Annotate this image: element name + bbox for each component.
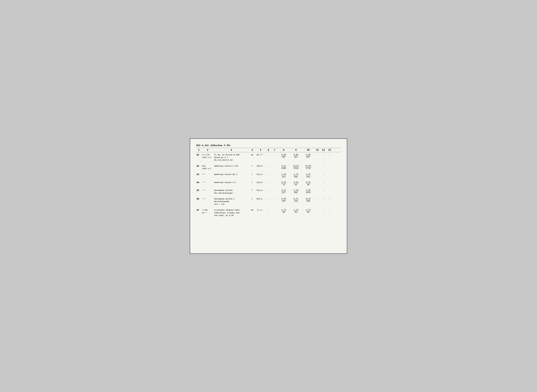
row-num: 67 xyxy=(196,209,201,212)
row-desc: То же, из бетона М-200 весом до 5 т 55,4… xyxy=(214,154,249,162)
row-col12: – xyxy=(320,165,327,168)
row-ref: –"– xyxy=(201,173,214,176)
doc-number: 9OI-4_82г.84 xyxy=(196,144,214,147)
row-col6: – xyxy=(265,209,271,211)
row-desc: Закладные детали с металлизацией 4I3 + I… xyxy=(214,198,249,206)
row-num: 65 xyxy=(196,189,201,192)
row-price: 4I3,0 – xyxy=(256,189,265,192)
row-col12: – xyxy=(320,189,327,192)
row-col9: 1,76 565 xyxy=(290,173,302,178)
col-header-3: 3 xyxy=(214,149,249,151)
col-header-8: 8 xyxy=(278,149,290,151)
row-col13: – xyxy=(327,209,333,211)
row-price: 32I,0 – xyxy=(256,173,265,176)
row-unit: т xyxy=(249,165,256,168)
row-col9: 0,41 242 xyxy=(290,198,302,202)
document-page: 9OI-4_82г.84 Альбом У -23- I 2 3 4 5 6 7… xyxy=(190,138,347,254)
row-col12: – xyxy=(320,198,327,200)
row-unit: т xyxy=(249,189,256,192)
page-number: -23- xyxy=(225,144,231,147)
row-unit: т xyxy=(249,173,256,176)
table-row: 63 –"– Арматура класса Вр-I т 32I,0 – – … xyxy=(196,173,341,178)
album-label: Альбом У xyxy=(214,144,225,147)
row-col8: 1,60 514 xyxy=(278,173,290,178)
row-price: 229,0 – xyxy=(256,181,265,184)
col-header-12: I2 xyxy=(320,149,327,151)
row-col7: – xyxy=(271,165,278,168)
row-col9: 6,08 357 xyxy=(290,154,302,158)
row-col8: 2,22 917 xyxy=(278,189,290,194)
row-col6: – xyxy=(265,189,271,192)
row-ref: –"– xyxy=(201,198,214,200)
row-col7: – xyxy=(271,198,278,200)
row-col10: 1,92 616 xyxy=(302,173,314,178)
row-col13: – xyxy=(327,198,333,200)
row-col13: – xyxy=(327,154,333,156)
row-num: 63 xyxy=(196,173,201,176)
row-col13: – xyxy=(327,165,333,168)
row-col9: 10,07 2518 xyxy=(290,165,302,169)
col-header-10: IO xyxy=(302,149,314,151)
row-col9: 0,36 82 xyxy=(290,181,302,186)
row-desc: Арматура класса Вр-I xyxy=(214,173,249,176)
row-num: 66 xyxy=(196,198,201,201)
table-row: 64 –"– Арматура класса А-I т 229,0 – – –… xyxy=(196,181,341,186)
col-header-1: I xyxy=(196,149,201,151)
col-header-11: II xyxy=(314,149,320,151)
row-price: 59I,0 – xyxy=(256,198,265,200)
row-col7: – xyxy=(271,209,278,211)
row-col13: – xyxy=(327,173,333,176)
row-col11: – xyxy=(314,198,320,200)
col-header-6: 6 xyxy=(265,149,271,151)
table-row: 66 –"– Закладные детали с металлизацией … xyxy=(196,198,341,206)
row-col10: 0,44 260 xyxy=(302,198,314,202)
row-desc: Арматура класса А-III xyxy=(214,165,249,168)
row-col11: – xyxy=(314,189,320,192)
row-col8: 0,38 225 xyxy=(278,198,290,202)
row-col7: – xyxy=(271,189,278,192)
row-col11: – xyxy=(314,165,320,168)
row-col11: – xyxy=(314,154,320,156)
row-col12: – xyxy=(320,154,327,156)
row-col7: – xyxy=(271,173,278,176)
col-header-4: 4 xyxy=(249,149,256,151)
col-header-7: 7 xyxy=(271,149,278,151)
table-row: 67 7-346 24-7 Установка сборных желе- зо… xyxy=(196,209,341,217)
row-col10: 0,39 89 xyxy=(302,181,314,186)
col-header-13: I3 xyxy=(327,149,333,151)
row-col11: – xyxy=(314,173,320,176)
row-col8: 4,76 82 xyxy=(278,209,290,214)
row-ref: 7-346 24-7 xyxy=(201,209,214,214)
row-unit: м3 xyxy=(249,209,256,211)
row-ref: п.9-197 табл.3.3 xyxy=(201,154,214,159)
row-unit: т xyxy=(249,198,256,200)
row-ref: –"– xyxy=(201,189,214,192)
row-desc: Установка сборных желе- зобетонных углов… xyxy=(214,209,249,217)
row-col10: 6,08 857 xyxy=(302,154,314,158)
row-col9: 4,76 82 xyxy=(290,209,302,214)
table-row: 65 –"– Закладные детали без металлизации… xyxy=(196,189,341,195)
row-unit: м3 xyxy=(249,154,256,156)
row-num: 62 xyxy=(196,165,201,168)
row-num: 6I xyxy=(196,154,201,157)
table-row: 6I п.9-197 табл.3.3 То же, из бетона М-2… xyxy=(196,154,341,162)
row-col7: – xyxy=(271,154,278,156)
row-col8: 6,08 357 xyxy=(278,154,290,158)
row-col9: 2,40 991 xyxy=(290,189,302,194)
data-table: 6I п.9-197 табл.3.3 То же, из бетона М-2… xyxy=(196,154,341,217)
row-col6: – xyxy=(265,181,271,184)
row-desc: Закладные детали без металлизации xyxy=(214,189,249,195)
row-col13: – xyxy=(327,189,333,192)
row-ref: ССЦ табл.3.I xyxy=(201,165,214,170)
row-col12: – xyxy=(320,181,327,184)
col-header-9: 9 xyxy=(290,149,302,151)
header: 9OI-4_82г.84 Альбом У -23- xyxy=(196,144,341,147)
row-col12: – xyxy=(320,209,327,211)
row-price: 58,77 – xyxy=(256,154,265,156)
row-col6: – xyxy=(265,173,271,176)
row-unit: т xyxy=(249,181,256,184)
row-col13: – xyxy=(327,181,333,184)
col-header-2: 2 xyxy=(201,149,214,151)
row-col6: – xyxy=(265,165,271,168)
row-col8: 0,33 76 xyxy=(278,181,290,186)
